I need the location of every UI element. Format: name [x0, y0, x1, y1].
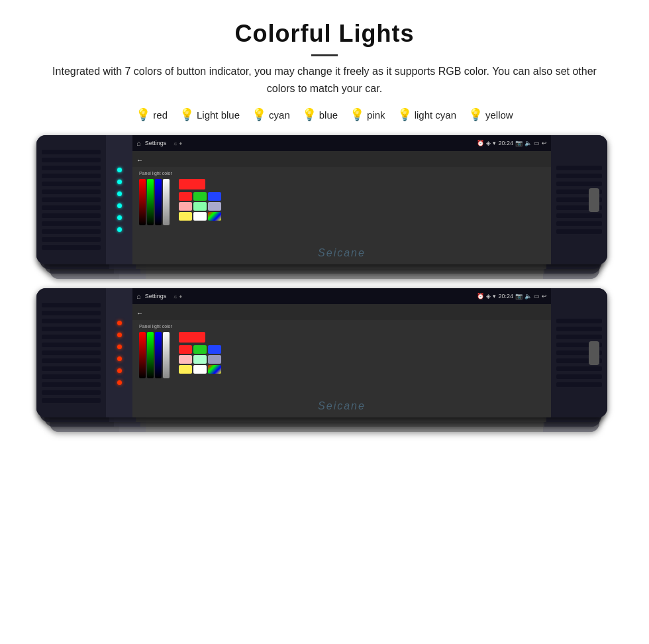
screen-topbar-top: ⌂ Settings ☼ ♦ ⏰ ◈ ▾ 20:24 📷 🔈 ▭ [132, 135, 551, 151]
unit-group-bottom: ⌂ Settings ☼ ♦ ⏰ ◈ ▾ 20:24 📷 🔈 ▭ [26, 288, 623, 431]
settings-icons-bottom: ☼ ♦ [173, 294, 182, 299]
cam-icon-top: 📷 [515, 140, 523, 146]
lightcyan-bulb-icon: 💡 [397, 107, 412, 122]
blue-bulb-icon: 💡 [302, 107, 317, 122]
bar-red-bottom [139, 332, 146, 378]
settings-label-top: Settings [145, 140, 167, 146]
car-units-container: ⌂ Settings ☼ ♦ ⏰ ◈ ▾ 20:24 📷 🔈 ▭ [26, 135, 623, 431]
status-bar-bottom: ⏰ ◈ ▾ 20:24 📷 🔈 ▭ ↩ [477, 293, 547, 299]
vol-icon-top: 🔈 [524, 140, 532, 146]
color-name-red: red [153, 109, 168, 121]
wifi-icon-top: ▾ [493, 140, 496, 146]
panel-section-top: Panel light color [139, 171, 221, 225]
alarm-icon-bottom: ⏰ [477, 293, 484, 299]
wifi-icon-bottom: ▾ [493, 293, 496, 299]
pink-bulb-icon: 💡 [350, 107, 364, 122]
right-vent-main-top [551, 135, 607, 264]
lightblue-bulb-icon: 💡 [179, 107, 194, 122]
color-name-yellow: yellow [485, 109, 513, 121]
unit-stack-bottom: ⌂ Settings ☼ ♦ ⏰ ◈ ▾ 20:24 📷 🔈 ▭ [36, 288, 613, 431]
yellow-bulb-icon: 💡 [468, 107, 483, 122]
color-item-pink: 💡 pink [350, 107, 385, 122]
unit-stack-top: ⌂ Settings ☼ ♦ ⏰ ◈ ▾ 20:24 📷 🔈 ▭ [36, 135, 613, 278]
unit-layer-4-bottom: ⌂ Settings ☼ ♦ ⏰ ◈ ▾ 20:24 📷 🔈 ▭ [36, 288, 607, 417]
bar-white-top [163, 179, 170, 225]
panel-section-bottom: Panel light color [139, 324, 221, 378]
back-row-bottom: ← [132, 304, 551, 320]
swatches-top [179, 192, 221, 221]
back-arrow-top[interactable]: ← [136, 156, 143, 164]
color-item-lightcyan: 💡 light cyan [397, 107, 456, 122]
title-section: Colorful Lights [26, 20, 623, 56]
cyan-bulb-icon: 💡 [252, 107, 266, 122]
panel-title-bottom: Panel light color [139, 324, 221, 329]
page-wrapper: Colorful Lights Integrated with 7 colors… [0, 0, 649, 444]
bar-white-bottom [163, 332, 170, 378]
bar-blue-top [155, 179, 162, 225]
bar-red-top [139, 179, 146, 225]
bar-green-top [147, 179, 154, 225]
screen-body-bottom: Panel light color [132, 320, 551, 417]
color-item-yellow: 💡 yellow [468, 107, 513, 122]
red-bulb-icon: 💡 [136, 107, 150, 122]
batt-icon-top: ▭ [534, 140, 540, 146]
screen-body-top: Panel light color [132, 167, 551, 264]
vent-handle-bottom [589, 341, 599, 365]
color-item-blue: 💡 blue [302, 107, 338, 122]
status-bar-top: ⏰ ◈ ▾ 20:24 📷 🔈 ▭ ↩ [477, 140, 547, 146]
settings-label-bottom: Settings [145, 293, 167, 299]
time-display-bottom: 20:24 [498, 293, 513, 299]
swatches-bottom [179, 345, 221, 374]
btn-col-main-top [106, 135, 132, 264]
unit-group-top: ⌂ Settings ☼ ♦ ⏰ ◈ ▾ 20:24 📷 🔈 ▭ [26, 135, 623, 278]
color-bars-bottom [139, 332, 170, 378]
btn-col-main-bottom [106, 288, 132, 417]
color-name-cyan: cyan [269, 109, 290, 121]
vol-icon-bottom: 🔈 [524, 293, 532, 299]
color-name-pink: pink [367, 109, 385, 121]
color-item-cyan: 💡 cyan [252, 107, 290, 122]
main-screen-bottom: ⌂ Settings ☼ ♦ ⏰ ◈ ▾ 20:24 📷 🔈 ▭ [132, 288, 551, 417]
alarm-icon-top: ⏰ [477, 140, 484, 146]
color-bars-top [139, 179, 170, 225]
gps-icon-top: ◈ [486, 140, 491, 146]
right-vent-main-bottom [551, 288, 607, 417]
gps-icon-bottom: ◈ [486, 293, 491, 299]
bar-green-bottom [147, 332, 154, 378]
back-icon-top: ↩ [542, 140, 547, 146]
color-item-red: 💡 red [136, 107, 168, 122]
title-divider [311, 54, 338, 56]
bar-blue-bottom [155, 332, 162, 378]
time-display-top: 20:24 [498, 140, 513, 146]
settings-icons-top: ☼ ♦ [173, 140, 182, 146]
vent-handle-top [589, 188, 599, 212]
home-icon-top: ⌂ [136, 139, 141, 147]
back-arrow-bottom[interactable]: ← [136, 309, 143, 317]
description-text: Integrated with 7 colors of button indic… [26, 63, 623, 97]
left-vent-main-top [36, 135, 106, 264]
unit-layer-4-top: ⌂ Settings ☼ ♦ ⏰ ◈ ▾ 20:24 📷 🔈 ▭ [36, 135, 607, 264]
panel-title-top: Panel light color [139, 171, 221, 176]
color-name-lightcyan: light cyan [415, 109, 456, 121]
color-labels: 💡 red 💡 Light blue 💡 cyan 💡 blue 💡 pink … [26, 107, 623, 122]
page-title: Colorful Lights [26, 20, 623, 48]
cam-icon-bottom: 📷 [515, 293, 523, 299]
color-name-lightblue: Light blue [197, 109, 240, 121]
main-screen-top: ⌂ Settings ☼ ♦ ⏰ ◈ ▾ 20:24 📷 🔈 ▭ [132, 135, 551, 264]
left-vent-main-bottom [36, 288, 106, 417]
color-name-blue: blue [319, 109, 338, 121]
batt-icon-bottom: ▭ [534, 293, 540, 299]
home-icon-bottom: ⌂ [136, 292, 141, 300]
back-icon-bottom: ↩ [542, 293, 547, 299]
color-item-lightblue: 💡 Light blue [179, 107, 240, 122]
back-row-top: ← [132, 151, 551, 167]
screen-topbar-bottom: ⌂ Settings ☼ ♦ ⏰ ◈ ▾ 20:24 📷 🔈 ▭ [132, 288, 551, 304]
